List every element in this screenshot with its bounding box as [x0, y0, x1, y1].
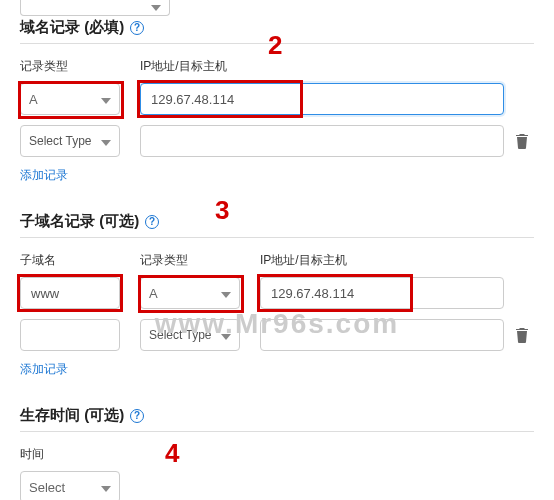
- ip-target-input[interactable]: [140, 83, 504, 115]
- ttl-select-value: Select: [29, 480, 65, 495]
- delete-row-button[interactable]: [510, 327, 534, 343]
- delete-row-button[interactable]: [510, 133, 534, 149]
- label-ip-target: IP地址/目标主机: [260, 252, 534, 269]
- cropped-top-select[interactable]: [20, 0, 170, 16]
- ip-target-input[interactable]: [260, 319, 504, 351]
- domain-records-title: 域名记录 (必填): [20, 18, 124, 37]
- ttl-title: 生存时间 (可选): [20, 406, 124, 425]
- help-icon[interactable]: ?: [145, 215, 159, 229]
- help-icon[interactable]: ?: [130, 21, 144, 35]
- record-type-select[interactable]: A: [20, 83, 120, 115]
- trash-icon: [515, 327, 529, 343]
- record-type-value: A: [29, 92, 38, 107]
- add-record-link[interactable]: 添加记录: [20, 361, 534, 378]
- chevron-down-icon: [221, 328, 231, 343]
- label-record-type: 记录类型: [20, 58, 140, 75]
- domain-row: A: [20, 83, 534, 115]
- chevron-down-icon: [101, 92, 111, 107]
- add-record-link[interactable]: 添加记录: [20, 167, 534, 184]
- subdomain-input[interactable]: [20, 277, 120, 309]
- record-type-select[interactable]: A: [140, 277, 240, 309]
- subdomain-records-header: 子域名记录 (可选) ?: [20, 212, 534, 231]
- subdomain-labels-row: 子域名 记录类型 IP地址/目标主机: [20, 252, 534, 269]
- label-ip-target: IP地址/目标主机: [140, 58, 227, 75]
- help-icon[interactable]: ?: [130, 409, 144, 423]
- divider: [20, 237, 534, 238]
- record-type-value: Select Type: [29, 134, 91, 148]
- ip-target-input[interactable]: [140, 125, 504, 157]
- subdomain-row: Select Type: [20, 319, 534, 351]
- chevron-down-icon: [151, 0, 161, 14]
- chevron-down-icon: [101, 134, 111, 149]
- domain-labels-row: 记录类型 IP地址/目标主机: [20, 58, 534, 75]
- subdomain-input[interactable]: [20, 319, 120, 351]
- label-subdomain: 子域名: [20, 252, 140, 269]
- divider: [20, 431, 534, 432]
- record-type-select[interactable]: Select Type: [140, 319, 240, 351]
- trash-icon: [515, 133, 529, 149]
- record-type-select[interactable]: Select Type: [20, 125, 120, 157]
- record-type-value: A: [149, 286, 158, 301]
- record-type-value: Select Type: [149, 328, 211, 342]
- ttl-select[interactable]: Select: [20, 471, 120, 500]
- subdomain-row: A: [20, 277, 534, 309]
- ttl-header: 生存时间 (可选) ?: [20, 406, 534, 425]
- ip-target-input[interactable]: [260, 277, 504, 309]
- domain-records-header: 域名记录 (必填) ?: [20, 18, 534, 37]
- chevron-down-icon: [221, 286, 231, 301]
- domain-row: Select Type: [20, 125, 534, 157]
- subdomain-records-title: 子域名记录 (可选): [20, 212, 139, 231]
- label-record-type: 记录类型: [140, 252, 260, 269]
- divider: [20, 43, 534, 44]
- label-time: 时间: [20, 446, 534, 463]
- chevron-down-icon: [101, 480, 111, 495]
